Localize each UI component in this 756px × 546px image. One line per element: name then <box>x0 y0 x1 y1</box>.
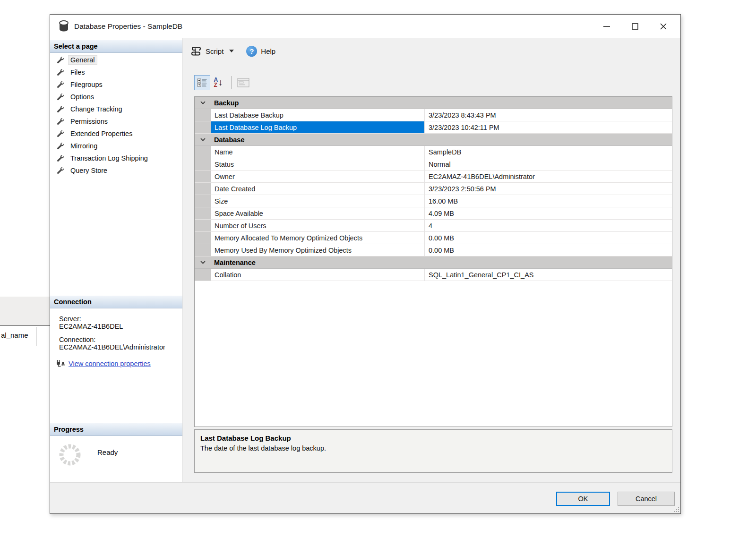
property-row[interactable]: NameSampleDB <box>195 146 672 158</box>
script-label: Script <box>206 47 223 55</box>
background-window-band <box>0 297 50 326</box>
row-margin <box>195 195 211 207</box>
description-text: The date of the last database log backup… <box>200 444 666 452</box>
row-margin <box>195 244 211 256</box>
row-margin <box>195 207 211 219</box>
categorized-button[interactable] <box>194 75 210 90</box>
sidebar-item-change-tracking[interactable]: Change Tracking <box>50 103 182 115</box>
sidebar-item-options[interactable]: Options <box>50 91 182 103</box>
sidebar-item-general[interactable]: General <box>50 54 182 66</box>
background-results-grid: al_name <box>0 327 50 346</box>
property-name: Memory Allocated To Memory Optimized Obj… <box>211 232 425 244</box>
category-title: Database <box>214 136 244 144</box>
general-page-content: AZ ↓ BackupLast Database Backup3/23/2023… <box>183 64 680 482</box>
maximize-button[interactable] <box>621 15 649 38</box>
footer-bar: OK Cancel <box>50 482 680 513</box>
property-row[interactable]: Memory Used By Memory Optimized Objects0… <box>195 244 672 256</box>
description-title: Last Database Log Backup <box>200 434 666 442</box>
property-row[interactable]: Size16.00 MB <box>195 195 672 207</box>
row-margin <box>195 121 211 133</box>
sidebar-item-permissions[interactable]: Permissions <box>50 115 182 128</box>
property-name: Name <box>211 146 425 158</box>
sidebar-item-label: Transaction Log Shipping <box>69 154 150 162</box>
wrench-icon <box>57 93 64 101</box>
sidebar-item-extended-properties[interactable]: Extended Properties <box>50 128 182 140</box>
sidebar-item-label: Permissions <box>69 117 110 126</box>
property-row[interactable]: Memory Allocated To Memory Optimized Obj… <box>195 232 672 244</box>
dialog-toolbar: Script ? Help <box>183 38 680 64</box>
property-row[interactable]: Last Database Backup3/23/2023 8:43:43 PM <box>195 109 672 121</box>
property-name: Space Available <box>211 207 425 219</box>
row-margin <box>195 232 211 244</box>
property-grid-toolbar: AZ ↓ <box>194 75 251 91</box>
close-button[interactable] <box>649 15 678 38</box>
wrench-icon <box>57 130 64 137</box>
maximize-icon <box>631 23 639 30</box>
minimize-button[interactable] <box>593 15 621 38</box>
connection-value: EC2AMAZ-41B6DEL\Administrator <box>59 343 182 351</box>
cancel-button[interactable]: Cancel <box>618 492 675 506</box>
property-row[interactable]: Space Available4.09 MB <box>195 207 672 220</box>
property-value: 0.00 MB <box>425 232 672 244</box>
connection-header: Connection <box>50 296 182 308</box>
title-bar[interactable]: Database Properties - SampleDB <box>50 15 680 38</box>
connection-label: Connection: <box>59 336 182 343</box>
ok-button[interactable]: OK <box>556 492 610 506</box>
property-value: SQL_Latin1_General_CP1_CI_AS <box>425 269 672 281</box>
property-row[interactable]: Date Created3/23/2023 2:50:56 PM <box>195 183 672 195</box>
sidebar-item-files[interactable]: Files <box>50 66 182 78</box>
category-row-backup[interactable]: Backup <box>195 97 672 109</box>
close-icon <box>660 23 667 30</box>
categorized-icon <box>197 78 207 87</box>
clipped-column-header: al_name <box>1 331 28 339</box>
property-value: 3/23/2023 8:43:43 PM <box>425 109 672 121</box>
sidebar-item-label: Filegroups <box>69 80 104 89</box>
property-value: 0.00 MB <box>425 244 672 256</box>
property-name: Size <box>211 195 425 207</box>
property-description-box: Last Database Log Backup The date of the… <box>194 429 672 473</box>
script-dropdown-caret-icon[interactable] <box>229 50 234 52</box>
chevron-down-icon <box>200 138 206 141</box>
help-button[interactable]: ? Help <box>234 46 275 57</box>
database-properties-dialog: Database Properties - SampleDB Select a … <box>50 14 681 514</box>
alphabetical-button[interactable]: AZ ↓ <box>210 75 226 90</box>
property-pages-button[interactable] <box>235 75 251 90</box>
column-separator <box>36 327 37 346</box>
script-button[interactable]: Script <box>190 46 234 56</box>
sidebar-item-label: Mirroring <box>69 142 99 150</box>
category-row-database[interactable]: Database <box>195 134 672 146</box>
property-value: 3/23/2023 2:50:56 PM <box>425 183 672 195</box>
property-value: 4.09 MB <box>425 207 672 219</box>
category-row-maintenance[interactable]: Maintenance <box>195 256 672 269</box>
a-z-sort-icon: AZ <box>214 77 218 88</box>
script-icon <box>190 46 202 56</box>
property-name: Number of Users <box>211 220 425 231</box>
property-row[interactable]: Number of Users4 <box>195 220 672 232</box>
property-row[interactable]: OwnerEC2AMAZ-41B6DEL\Administrator <box>195 171 672 183</box>
sidebar-item-filegroups[interactable]: Filegroups <box>50 78 182 91</box>
sidebar-item-query-store[interactable]: Query Store <box>50 164 182 177</box>
row-margin <box>195 171 211 182</box>
server-label: Server: <box>59 315 182 323</box>
sidebar-item-mirroring[interactable]: Mirroring <box>50 140 182 152</box>
category-title: Maintenance <box>214 259 256 266</box>
property-value: 16.00 MB <box>425 195 672 207</box>
sidebar-item-label: Query Store <box>69 166 109 175</box>
property-name: Memory Used By Memory Optimized Objects <box>211 244 425 256</box>
left-panel: Select a page GeneralFilesFilegroupsOpti… <box>50 38 183 482</box>
sidebar-item-transaction-log-shipping[interactable]: Transaction Log Shipping <box>50 152 182 164</box>
view-connection-properties-link[interactable]: View connection properties <box>69 360 151 367</box>
server-value: EC2AMAZ-41B6DEL <box>59 323 182 330</box>
row-margin <box>195 183 211 195</box>
window-title: Database Properties - SampleDB <box>74 22 182 31</box>
property-name: Status <box>211 158 425 170</box>
row-margin <box>195 109 211 121</box>
resize-grip[interactable] <box>674 507 679 512</box>
property-name: Date Created <box>211 183 425 195</box>
help-label: Help <box>261 47 275 55</box>
property-row[interactable]: StatusNormal <box>195 158 672 171</box>
property-row[interactable]: Last Database Log Backup3/23/2023 10:42:… <box>195 121 672 134</box>
sidebar-item-label: Options <box>69 93 96 101</box>
property-row[interactable]: CollationSQL_Latin1_General_CP1_CI_AS <box>195 269 672 281</box>
property-value: 3/23/2023 10:42:11 PM <box>425 121 672 133</box>
